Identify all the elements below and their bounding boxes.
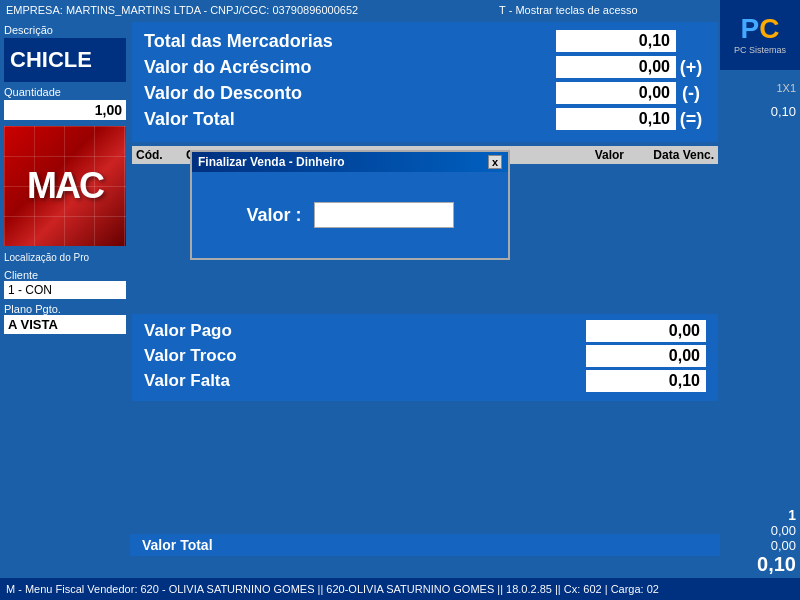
cliente-label: Cliente	[4, 269, 126, 281]
valor-falta-value: 0,10	[586, 370, 706, 392]
dialog-close-button[interactable]: x	[488, 155, 502, 169]
dialog-titlebar[interactable]: Finalizar Venda - Dinheiro x	[192, 152, 508, 172]
center-panel: Total das Mercadorias 0,10 Valor do Acré…	[130, 20, 720, 578]
status-text: M - Menu Fiscal Vendedor: 620 - OLIVIA S…	[6, 583, 659, 595]
logo-image: MAC	[4, 126, 126, 246]
valor-total-value: 0,10	[556, 108, 676, 130]
localizacao-label: Localização do Pro	[4, 252, 126, 263]
total-mercadorias-value: 0,10	[556, 30, 676, 52]
far-right-panel: 1X1 0,10 1 0,00 0,00 0,10	[720, 20, 800, 578]
acrescimo-label: Valor do Acréscimo	[144, 57, 556, 78]
valor-total-symbol: (=)	[676, 109, 706, 130]
qty-label: Quantidade	[4, 86, 126, 98]
valor-falta-label: Valor Falta	[144, 371, 586, 391]
acrescimo-symbol: (+)	[676, 57, 706, 78]
total-mercadorias-label: Total das Mercadorias	[144, 31, 556, 52]
qty-value: 1,00	[4, 100, 126, 120]
status-bar: M - Menu Fiscal Vendedor: 620 - OLIVIA S…	[0, 578, 800, 600]
valor-total-label: Valor Total	[144, 109, 556, 130]
main-area: Descrição CHICLE Quantidade 1,00 MAC Loc…	[0, 20, 800, 578]
desconto-label: Valor do Desconto	[144, 83, 556, 104]
far-right-val-small: 0,10	[771, 104, 796, 119]
logo-sistemas-label: PC Sistemas	[734, 45, 786, 55]
summary-box: Total das Mercadorias 0,10 Valor do Acré…	[132, 22, 718, 142]
cliente-value: 1 - CON	[4, 281, 126, 299]
col-datavenc-header: Data Venc.	[624, 148, 714, 162]
desconto-symbol: (-)	[676, 83, 706, 104]
plano-value: A VISTA	[4, 315, 126, 334]
left-panel: Descrição CHICLE Quantidade 1,00 MAC Loc…	[0, 20, 130, 578]
far-right-val1: 0,00	[771, 523, 796, 538]
valor-total-row: Valor Total 0,10 (=)	[144, 108, 706, 130]
dialog-valor-label: Valor :	[246, 205, 301, 226]
hotkey-label: T - Mostrar teclas de acesso	[499, 4, 638, 16]
col-cod-header: Cód.	[136, 148, 186, 162]
valor-falta-row: Valor Falta 0,10	[144, 370, 706, 392]
valor-troco-row: Valor Troco 0,00	[144, 345, 706, 367]
valor-pago-label: Valor Pago	[144, 321, 586, 341]
bottom-values: Valor Pago 0,00 Valor Troco 0,00 Valor F…	[132, 314, 718, 401]
acrescimo-value: 0,00	[556, 56, 676, 78]
dialog-title: Finalizar Venda - Dinheiro	[198, 155, 345, 169]
col-valor-header: Valor	[544, 148, 624, 162]
top-bar: EMPRESA: MARTINS_MARTINS LTDA - CNPJ/CGC…	[0, 0, 800, 20]
valor-troco-value: 0,00	[586, 345, 706, 367]
valor-pago-row: Valor Pago 0,00	[144, 320, 706, 342]
plano-label: Plano Pgto.	[4, 303, 126, 315]
valor-total-bottom-label: Valor Total	[142, 537, 213, 553]
acrescimo-row: Valor do Acréscimo 0,00 (+)	[144, 56, 706, 78]
label-1x1: 1X1	[776, 82, 796, 94]
finalizar-venda-dialog: Finalizar Venda - Dinheiro x Valor :	[190, 150, 510, 260]
valor-troco-label: Valor Troco	[144, 346, 586, 366]
logo-image-text: MAC	[27, 165, 103, 207]
far-right-val2: 0,00	[771, 538, 796, 553]
empresa-label: EMPRESA: MARTINS_MARTINS LTDA - CNPJ/CGC…	[6, 4, 358, 16]
dialog-overlay: Finalizar Venda - Dinheiro x Valor :	[190, 150, 510, 260]
valor-total-bottom-bar: Valor Total	[130, 534, 720, 556]
far-right-total: 0,10	[757, 553, 796, 576]
logo-pc: PC	[741, 15, 780, 43]
logo-area: PC PC Sistemas	[720, 0, 800, 70]
dialog-valor-input[interactable]	[314, 202, 454, 228]
total-mercadorias-row: Total das Mercadorias 0,10	[144, 30, 706, 52]
dialog-body: Valor :	[192, 172, 508, 258]
desconto-row: Valor do Desconto 0,00 (-)	[144, 82, 706, 104]
valor-pago-value: 0,00	[586, 320, 706, 342]
product-name: CHICLE	[4, 38, 126, 82]
desc-label: Descrição	[4, 24, 126, 36]
far-right-count: 1	[788, 507, 796, 523]
desconto-value: 0,00	[556, 82, 676, 104]
